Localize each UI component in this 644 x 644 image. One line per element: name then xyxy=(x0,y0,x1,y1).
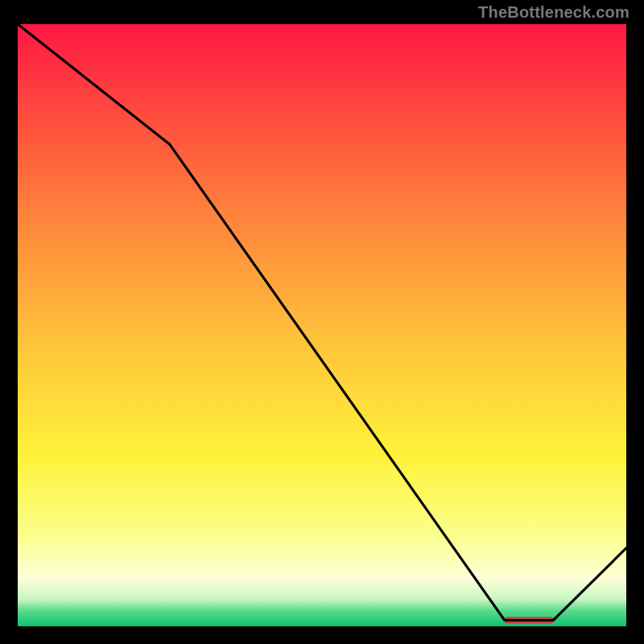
chart-frame: TheBottleneck.com xyxy=(0,0,644,644)
watermark-label: TheBottleneck.com xyxy=(478,3,630,22)
chart-svg xyxy=(18,24,626,626)
chart-plot-area xyxy=(18,24,626,626)
svg-rect-0 xyxy=(18,24,626,626)
